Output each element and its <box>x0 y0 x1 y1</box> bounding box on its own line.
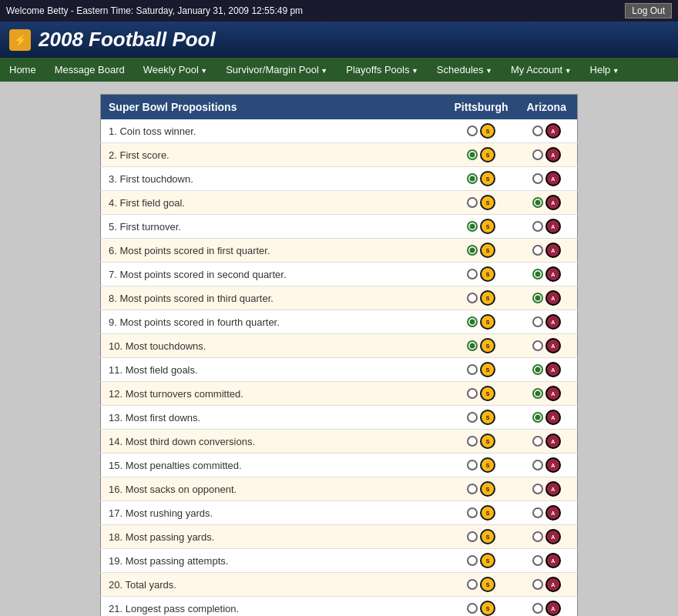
arizona-cell[interactable]: A <box>516 310 578 334</box>
pittsburgh-cell[interactable]: S <box>447 477 516 501</box>
arizona-radio[interactable] <box>532 126 543 136</box>
arizona-cell[interactable]: A <box>516 477 578 501</box>
arizona-radio[interactable] <box>532 484 543 494</box>
pittsburgh-cell[interactable]: S <box>447 215 516 239</box>
arizona-cell[interactable]: A <box>516 167 578 191</box>
arizona-radio[interactable] <box>532 555 543 566</box>
pittsburgh-cell[interactable]: S <box>447 143 516 167</box>
pittsburgh-radio[interactable] <box>467 484 478 494</box>
pittsburgh-cell[interactable]: S <box>447 501 516 525</box>
arizona-cell[interactable]: A <box>516 501 578 525</box>
pittsburgh-radio[interactable] <box>467 126 478 136</box>
arizona-cell[interactable]: A <box>516 406 578 430</box>
pittsburgh-radio[interactable] <box>467 245 478 256</box>
pittsburgh-radio[interactable] <box>467 316 478 327</box>
arizona-cell[interactable]: A <box>516 239 578 263</box>
proposition-label: 21. Longest pass completion. <box>101 597 447 617</box>
pittsburgh-radio[interactable] <box>467 555 478 566</box>
pittsburgh-cell[interactable]: S <box>447 454 516 477</box>
pittsburgh-radio[interactable] <box>467 293 478 303</box>
pittsburgh-cell[interactable]: S <box>447 525 516 549</box>
pittsburgh-cell[interactable]: S <box>447 597 516 617</box>
arizona-cell[interactable]: A <box>516 525 578 549</box>
pittsburgh-cell[interactable]: S <box>447 549 516 573</box>
arizona-cell[interactable]: A <box>516 382 578 406</box>
arizona-cell[interactable]: A <box>516 430 578 454</box>
arizona-cell[interactable]: A <box>516 119 578 143</box>
pittsburgh-cell[interactable]: S <box>447 191 516 215</box>
col-header-pittsburgh: Pittsburgh <box>447 95 516 120</box>
arizona-cell[interactable]: A <box>516 191 578 215</box>
site-logo-icon: ⚡ <box>9 29 31 51</box>
pittsburgh-cell[interactable]: S <box>447 239 516 263</box>
nav-item-schedules[interactable]: Schedules <box>428 58 502 82</box>
pittsburgh-cell[interactable]: S <box>447 286 516 310</box>
arizona-radio[interactable] <box>532 388 543 399</box>
arizona-cell[interactable]: A <box>516 549 578 573</box>
arizona-cell[interactable]: A <box>516 454 578 477</box>
pittsburgh-radio[interactable] <box>467 436 478 447</box>
pittsburgh-radio[interactable] <box>467 173 478 184</box>
pittsburgh-radio[interactable] <box>467 507 478 518</box>
proposition-label: 4. First field goal. <box>101 191 447 215</box>
nav-item-help[interactable]: Help <box>581 58 629 82</box>
pittsburgh-radio[interactable] <box>467 460 478 470</box>
logout-button[interactable]: Log Out <box>625 3 672 18</box>
arizona-cell[interactable]: A <box>516 286 578 310</box>
arizona-cell[interactable]: A <box>516 334 578 358</box>
arizona-cell[interactable]: A <box>516 597 578 617</box>
arizona-radio[interactable] <box>532 507 543 518</box>
nav-item-my-account[interactable]: My Account <box>502 58 581 82</box>
arizona-radio[interactable] <box>532 173 543 184</box>
nav-item-message-board[interactable]: Message Board <box>45 58 134 82</box>
pittsburgh-radio[interactable] <box>467 269 478 280</box>
pittsburgh-radio[interactable] <box>467 579 478 590</box>
arizona-cell[interactable]: A <box>516 215 578 239</box>
pittsburgh-cell[interactable]: S <box>447 358 516 382</box>
arizona-radio[interactable] <box>532 197 543 208</box>
nav-item-survivor-pool[interactable]: Survivor/Margin Pool <box>216 58 337 82</box>
pittsburgh-radio[interactable] <box>467 531 478 542</box>
pittsburgh-radio[interactable] <box>467 197 478 208</box>
arizona-radio[interactable] <box>532 531 543 542</box>
pittsburgh-radio[interactable] <box>467 340 478 351</box>
arizona-radio[interactable] <box>532 293 543 303</box>
cardinals-logo: A <box>545 338 561 353</box>
arizona-cell[interactable]: A <box>516 358 578 382</box>
arizona-radio[interactable] <box>532 460 543 470</box>
arizona-radio[interactable] <box>532 436 543 447</box>
pittsburgh-radio[interactable] <box>467 364 478 375</box>
pittsburgh-cell[interactable]: S <box>447 167 516 191</box>
pittsburgh-cell[interactable]: S <box>447 119 516 143</box>
arizona-radio[interactable] <box>532 364 543 375</box>
pittsburgh-cell[interactable]: S <box>447 263 516 286</box>
nav-item-home[interactable]: Home <box>0 58 45 82</box>
pittsburgh-cell[interactable]: S <box>447 430 516 454</box>
proposition-label: 10. Most touchdowns. <box>101 334 447 358</box>
pittsburgh-cell[interactable]: S <box>447 406 516 430</box>
pittsburgh-radio[interactable] <box>467 388 478 399</box>
pittsburgh-cell[interactable]: S <box>447 334 516 358</box>
arizona-radio[interactable] <box>532 603 543 614</box>
pittsburgh-radio[interactable] <box>467 603 478 614</box>
arizona-radio[interactable] <box>532 221 543 232</box>
nav-item-weekly-pool[interactable]: Weekly Pool <box>134 58 216 82</box>
nav-item-playoffs-pools[interactable]: Playoffs Pools <box>337 58 428 82</box>
pittsburgh-cell[interactable]: S <box>447 310 516 334</box>
arizona-cell[interactable]: A <box>516 573 578 597</box>
arizona-radio[interactable] <box>532 149 543 160</box>
pittsburgh-radio[interactable] <box>467 149 478 160</box>
steelers-logo: S <box>480 338 495 353</box>
pittsburgh-radio[interactable] <box>467 221 478 232</box>
pittsburgh-cell[interactable]: S <box>447 573 516 597</box>
arizona-radio[interactable] <box>532 316 543 327</box>
arizona-radio[interactable] <box>532 412 543 423</box>
pittsburgh-cell[interactable]: S <box>447 382 516 406</box>
arizona-radio[interactable] <box>532 269 543 280</box>
pittsburgh-radio[interactable] <box>467 412 478 423</box>
arizona-radio[interactable] <box>532 579 543 590</box>
arizona-cell[interactable]: A <box>516 263 578 286</box>
arizona-cell[interactable]: A <box>516 143 578 167</box>
arizona-radio[interactable] <box>532 245 543 256</box>
arizona-radio[interactable] <box>532 340 543 351</box>
